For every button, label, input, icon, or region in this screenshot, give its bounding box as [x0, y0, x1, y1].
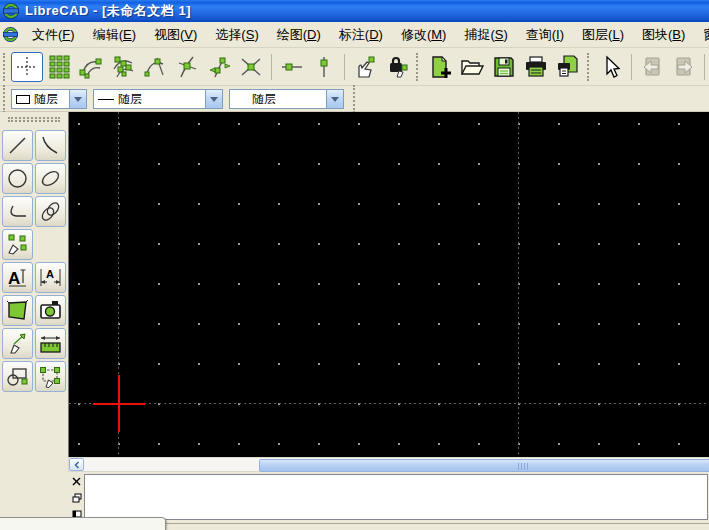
new-document-button[interactable] — [424, 52, 456, 82]
svg-text:A: A — [46, 268, 54, 280]
menu-file[interactable]: 文件(F) — [23, 23, 84, 47]
pen-toolbar: 随层 随层 随层 — [0, 87, 709, 112]
cad-toolbar: A A — [0, 112, 68, 530]
chevron-down-icon[interactable] — [326, 90, 343, 108]
linewidth-value: 随层 — [252, 91, 276, 108]
origin-crosshair-vertical — [118, 375, 120, 432]
lock-relative-zero-button[interactable] — [381, 52, 413, 82]
polyline-tool-button[interactable] — [2, 196, 33, 227]
snap-intersection-button[interactable] — [235, 52, 267, 82]
measure-tool-button[interactable] — [35, 328, 66, 359]
menu-info[interactable]: 查询(I) — [517, 23, 573, 47]
toolbar-drag-handle[interactable] — [3, 53, 8, 81]
chevron-down-icon[interactable] — [69, 90, 86, 108]
scrollbar-thumb[interactable] — [259, 459, 709, 472]
color-combobox[interactable]: 随层 — [11, 89, 87, 109]
drawing-canvas[interactable] — [68, 112, 709, 457]
command-line-dock — [68, 472, 709, 524]
redo-button[interactable] — [668, 52, 700, 82]
select-tool-button[interactable] — [35, 361, 66, 392]
toolbar-drag-handle[interactable] — [587, 53, 592, 81]
menu-block[interactable]: 图块(B) — [633, 23, 694, 47]
open-document-button[interactable] — [456, 52, 488, 82]
dock-close-button[interactable] — [71, 476, 82, 487]
snap-distance-button[interactable] — [203, 52, 235, 82]
menu-modify[interactable]: 修改(M) — [392, 23, 456, 47]
snap-middle-button[interactable] — [171, 52, 203, 82]
menu-select[interactable]: 选择(S) — [206, 23, 267, 47]
dock-titlebar — [70, 476, 83, 519]
horizontal-scrollbar[interactable] — [68, 457, 709, 472]
menu-dimension[interactable]: 标注(D) — [330, 23, 392, 47]
command-line-input[interactable] — [84, 474, 708, 520]
chevron-down-icon[interactable] — [205, 90, 222, 108]
spline-tool-button[interactable] — [35, 196, 66, 227]
points-tool-button[interactable] — [2, 229, 33, 260]
metagrid-vertical-line — [518, 112, 519, 457]
toolbar-drag-handle[interactable] — [8, 117, 60, 122]
dock-float-button[interactable] — [71, 492, 82, 503]
line-tool-button[interactable] — [2, 130, 33, 161]
linetype-preview — [98, 99, 114, 100]
set-relative-zero-button[interactable] — [349, 52, 381, 82]
snap-center-button[interactable] — [139, 52, 171, 82]
toolbar-drag-handle[interactable] — [3, 85, 8, 113]
restrict-vertical-button[interactable] — [308, 52, 340, 82]
ellipse-tool-button[interactable] — [35, 163, 66, 194]
toolbar-drag-handle[interactable] — [416, 53, 421, 81]
toolbar-drag-handle[interactable] — [353, 85, 358, 113]
text-tool-button[interactable]: A — [2, 262, 33, 293]
image-tool-button[interactable] — [35, 295, 66, 326]
menu-window[interactable]: 窗口(W) — [694, 23, 709, 47]
print-document-button[interactable] — [520, 52, 552, 82]
librecad-window: LibreCAD - [未命名文档 1] 文件(F) 编辑(E) 视图(V) 选… — [0, 0, 709, 530]
toolbar-separator — [631, 54, 632, 80]
toolbar-separator — [344, 54, 345, 80]
snap-endpoints-button[interactable] — [75, 52, 107, 82]
dimension-tool-button[interactable]: A — [35, 262, 66, 293]
linetype-combobox[interactable]: 随层 — [93, 89, 223, 109]
menu-edit[interactable]: 编辑(E) — [84, 23, 145, 47]
grid-snap-button[interactable] — [43, 52, 75, 82]
menu-draw[interactable]: 绘图(D) — [268, 23, 330, 47]
window-title: LibreCAD - [未命名文档 1] — [25, 2, 191, 20]
toolbar-separator — [704, 54, 705, 80]
menu-bar: 文件(F) 编辑(E) 视图(V) 选择(S) 绘图(D) 标注(D) 修改(M… — [0, 22, 709, 48]
tooltip — [0, 517, 166, 530]
undo-button[interactable] — [636, 52, 668, 82]
menu-snap[interactable]: 捕捉(S) — [455, 23, 516, 47]
save-document-button[interactable] — [488, 52, 520, 82]
color-swatch — [16, 95, 30, 104]
block-tool-button[interactable] — [2, 361, 33, 392]
menu-view[interactable]: 视图(V) — [145, 23, 206, 47]
pointer-button[interactable] — [595, 52, 627, 82]
document-logo-icon[interactable] — [3, 27, 19, 43]
svg-text:A: A — [8, 269, 20, 288]
main-toolbar — [0, 48, 709, 86]
restrict-horizontal-button[interactable] — [276, 52, 308, 82]
scrollbar-grip — [518, 463, 530, 470]
scroll-left-button[interactable] — [69, 458, 84, 471]
print-preview-button[interactable] — [552, 52, 584, 82]
circle-tool-button[interactable] — [2, 163, 33, 194]
free-snap-button[interactable] — [11, 52, 43, 82]
arc-tool-button[interactable] — [35, 130, 66, 161]
hatch-tool-button[interactable] — [2, 295, 33, 326]
snap-on-entity-button[interactable] — [107, 52, 139, 82]
menu-layer[interactable]: 图层(L) — [573, 23, 633, 47]
metagrid-horizontal-line — [69, 403, 709, 404]
linetype-value: 随层 — [118, 91, 142, 108]
linewidth-combobox[interactable]: 随层 — [229, 89, 344, 109]
toolbar-separator — [271, 54, 272, 80]
color-value: 随层 — [34, 91, 58, 108]
librecad-logo-icon — [3, 3, 19, 19]
move-tool-button[interactable] — [2, 328, 33, 359]
title-bar[interactable]: LibreCAD - [未命名文档 1] — [0, 0, 709, 22]
